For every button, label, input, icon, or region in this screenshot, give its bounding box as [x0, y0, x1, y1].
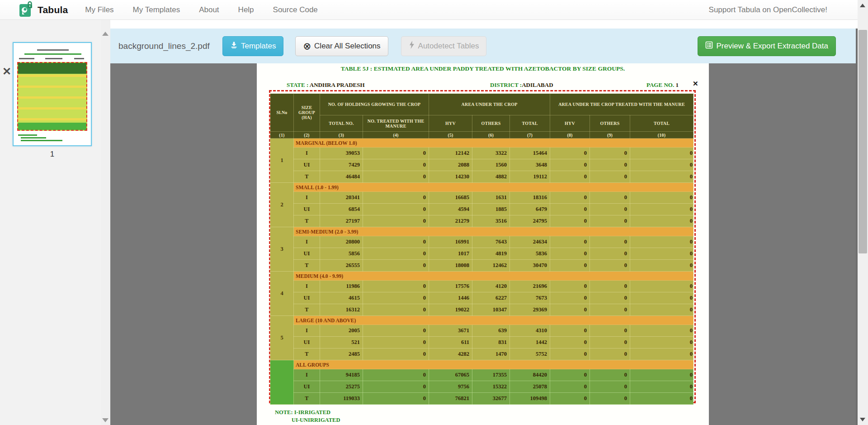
value-cell: 7643 [472, 236, 510, 248]
value-cell: 521 [320, 337, 363, 349]
value-cell: 0 [590, 337, 630, 349]
value-cell: 0 [550, 281, 590, 292]
value-cell: 4120 [472, 281, 510, 292]
value-cell: 0 [630, 393, 693, 405]
thumbnail-page-number: 1 [13, 150, 92, 159]
brand-link[interactable]: Tabula [19, 1, 68, 19]
support-link[interactable]: Support Tabula on OpenCollective! [709, 5, 868, 14]
irrigation-code-cell: UI [294, 292, 320, 304]
nav-item-help[interactable]: Help [238, 5, 254, 14]
col-num: (5) [429, 132, 472, 138]
irrigation-code-cell: T [294, 304, 320, 316]
value-cell: 84420 [510, 369, 550, 381]
value-cell: 32677 [472, 393, 510, 405]
value-cell: 24634 [510, 236, 550, 248]
col-num: (10) [630, 132, 693, 138]
value-cell: 0 [550, 148, 590, 159]
irrigation-code-cell: I [294, 148, 320, 159]
slno-cell [270, 360, 294, 405]
value-cell: 1885 [472, 204, 510, 215]
pdf-viewer-area: TABLE 5J : ESTIMATED AREA UNDER PADDY TR… [110, 63, 856, 425]
navbar: Tabula My Files My Templates About Help … [0, 0, 868, 20]
table-row: UI58560101748195836000 [270, 248, 693, 260]
district-field: DISTRICT :ADILABAD [490, 81, 553, 89]
scrollbar-up-icon[interactable] [860, 4, 865, 7]
value-cell: 0 [590, 304, 630, 316]
pdf-table-body: 1MARGINAL (BELOW 1.0)I390530121423322154… [270, 138, 693, 405]
value-cell: 0 [550, 304, 590, 316]
table-row: T265550180081246230470000 [270, 260, 693, 272]
sidebar-scroll-down-icon[interactable] [102, 418, 108, 422]
table-row: I20341016685163118316000 [270, 192, 693, 204]
irrigation-code-cell: I [294, 192, 320, 204]
value-cell: 27197 [320, 215, 363, 227]
value-cell: 4282 [429, 349, 472, 360]
value-cell: 5752 [510, 349, 550, 360]
preview-export-button[interactable]: Preview & Export Extracted Data [698, 36, 836, 56]
value-cell: 25078 [510, 381, 550, 393]
value-cell: 0 [363, 260, 429, 272]
mini-footer-band [18, 123, 86, 130]
value-cell: 5836 [510, 248, 550, 260]
value-cell: 4310 [510, 325, 550, 337]
value-cell: 0 [550, 381, 590, 393]
thumb-note-line [21, 140, 62, 141]
value-cell: 1470 [472, 349, 510, 360]
value-cell: 2088 [429, 159, 472, 171]
table-row: UI46150144662277673000 [270, 292, 693, 304]
value-cell: 0 [550, 337, 590, 349]
value-cell: 0 [590, 192, 630, 204]
scrollbar-down-icon[interactable] [860, 418, 865, 421]
irrigation-code-cell: I [294, 369, 320, 381]
nav-item-source-code[interactable]: Source Code [273, 5, 318, 14]
value-cell: 3648 [510, 159, 550, 171]
section-label-row: 3SEMI-MEDIUM (2.0 - 3.99) [270, 227, 693, 236]
scrollbar-thumb[interactable] [859, 30, 867, 253]
selection-close-icon[interactable]: ✕ [693, 80, 698, 88]
page-no-field: PAGE NO. 1 [646, 81, 679, 89]
value-cell: 0 [363, 369, 429, 381]
lightning-bolt-icon [409, 41, 415, 51]
table-row: I941850670651735584420000 [270, 369, 693, 381]
value-cell: 0 [550, 325, 590, 337]
value-cell: 9756 [429, 381, 472, 393]
table-row: T163120190221034729369000 [270, 304, 693, 316]
value-cell: 0 [630, 192, 693, 204]
mini-table-header [18, 63, 86, 74]
size-group-label: SMALL (1.0 - 1.99) [294, 183, 693, 192]
value-cell: 20341 [320, 192, 363, 204]
section-label-row: 4MEDIUM (4.0 - 9.99) [270, 272, 693, 281]
table-row: UI74290208815603648000 [270, 159, 693, 171]
value-cell: 0 [590, 148, 630, 159]
value-cell: 1631 [472, 192, 510, 204]
page-thumbnail[interactable] [13, 42, 92, 146]
value-cell: 0 [363, 148, 429, 159]
clear-all-selections-button[interactable]: ⊗ Clear All Selections [295, 36, 388, 56]
irrigation-code-cell: I [294, 281, 320, 292]
header-total-no: TOTAL NO. [320, 115, 363, 132]
header-area-group: AREA UNDER THE CROP [429, 94, 550, 115]
irrigation-code-cell: UI [294, 381, 320, 393]
header-total-2: TOTAL [630, 115, 693, 132]
irrigation-code-cell: T [294, 260, 320, 272]
value-cell: 0 [550, 159, 590, 171]
autodetect-tables-button[interactable]: Autodetect Tables [401, 36, 487, 56]
templates-button[interactable]: Templates [222, 36, 283, 56]
value-cell: 26555 [320, 260, 363, 272]
value-cell: 20800 [320, 236, 363, 248]
value-cell: 0 [590, 349, 630, 360]
note-line: UI-UNIRRIGATED [292, 416, 340, 424]
value-cell: 15464 [510, 148, 550, 159]
window-scrollbar [858, 0, 868, 425]
remove-page-icon[interactable]: ✕ [2, 65, 11, 78]
nav-item-my-files[interactable]: My Files [85, 5, 113, 14]
value-cell: 0 [590, 171, 630, 183]
value-cell: 16685 [429, 192, 472, 204]
value-cell: 0 [363, 349, 429, 360]
table-row: T46484014230488219112000 [270, 171, 693, 183]
nav-item-about[interactable]: About [199, 5, 219, 14]
nav-item-my-templates[interactable]: My Templates [133, 5, 180, 14]
value-cell: 0 [363, 204, 429, 215]
value-cell: 1017 [429, 248, 472, 260]
sidebar-scroll-up-icon[interactable] [102, 32, 108, 36]
